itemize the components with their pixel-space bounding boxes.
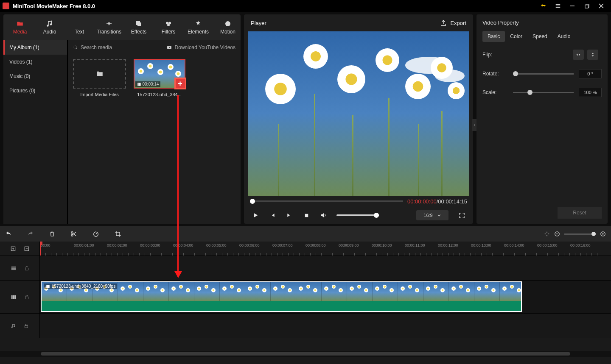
- album-item[interactable]: My Album (1): [3, 40, 67, 55]
- search-input[interactable]: Search media: [81, 44, 112, 50]
- activate-icon[interactable]: [536, 0, 551, 12]
- titlebar: MiniTool MovieMaker Free 8.0.0: [0, 0, 611, 12]
- reset-button[interactable]: Reset: [558, 207, 602, 219]
- fullscreen-button[interactable]: [458, 211, 465, 219]
- aspect-ratio-label: 16:9: [423, 213, 432, 218]
- auto-fit-button[interactable]: [544, 231, 550, 237]
- film-icon: [46, 284, 50, 289]
- ribbon-tabs: MediaAudioTextTransitionsEffectsFiltersE…: [3, 14, 241, 40]
- scale-value[interactable]: 100 %: [579, 88, 602, 97]
- properties-title: Video Property: [482, 19, 602, 26]
- lock-icon[interactable]: [24, 265, 29, 271]
- chevron-down-icon: [437, 213, 441, 217]
- svg-rect-9: [137, 83, 141, 86]
- music-note-icon: [11, 323, 16, 329]
- flip-horizontal-button[interactable]: [573, 50, 584, 60]
- seek-bar[interactable]: [250, 200, 403, 202]
- svg-rect-10: [305, 214, 308, 217]
- collapse-panel-button[interactable]: [472, 119, 476, 131]
- playhead[interactable]: [40, 242, 41, 256]
- svg-point-6: [225, 21, 230, 26]
- svg-rect-19: [25, 268, 28, 270]
- svg-rect-20: [11, 295, 16, 298]
- album-item[interactable]: Pictures (0): [3, 83, 67, 98]
- rotate-label: Rotate:: [482, 71, 508, 77]
- export-icon: [440, 19, 447, 26]
- player-panel: Player Export: [244, 14, 473, 224]
- scale-label: Scale:: [482, 89, 508, 95]
- speed-button[interactable]: [92, 231, 99, 237]
- track-overlay: [0, 256, 611, 281]
- clip-duration: 00:00:14: [143, 82, 159, 86]
- search-icon: [73, 45, 78, 50]
- crop-button[interactable]: [115, 231, 121, 237]
- ribbon-tab-transitions[interactable]: Transitions: [94, 15, 124, 39]
- download-youtube-link[interactable]: Download YouTube Videos: [166, 44, 235, 50]
- lock-icon[interactable]: [24, 323, 29, 329]
- svg-rect-18: [11, 266, 16, 270]
- properties-panel: Video Property BasicColorSpeedAudio Flip…: [476, 14, 608, 224]
- svg-point-5: [167, 24, 170, 26]
- add-clip-button[interactable]: +: [174, 78, 186, 89]
- close-button[interactable]: [594, 0, 608, 12]
- volume-icon[interactable]: [320, 211, 327, 219]
- video-track-icon: [11, 294, 17, 300]
- ribbon-tab-motion[interactable]: Motion: [213, 15, 243, 39]
- flip-vertical-button[interactable]: [587, 50, 598, 60]
- menu-icon[interactable]: [551, 0, 565, 12]
- media-clip[interactable]: 00:00:14 + 15720123-uhd_384...: [133, 59, 186, 97]
- property-tab-speed[interactable]: Speed: [527, 31, 552, 42]
- redo-button[interactable]: [27, 231, 34, 237]
- timeline-clip[interactable]: 15720123-uhd_3840_2160_50fps: [41, 281, 522, 312]
- play-button[interactable]: [252, 211, 259, 219]
- remove-marker-icon[interactable]: [24, 246, 30, 252]
- prev-frame-button[interactable]: [269, 211, 276, 219]
- property-tab-audio[interactable]: Audio: [552, 31, 576, 42]
- export-label: Export: [450, 20, 466, 26]
- minimize-button[interactable]: [565, 0, 580, 12]
- rotate-slider[interactable]: [513, 73, 574, 75]
- timecode-current: 00:00:00:00: [407, 198, 437, 205]
- preview-viewport[interactable]: [248, 31, 469, 196]
- time-ruler[interactable]: 00:0000:00:01:0000:00:02:0000:00:03:0000…: [40, 242, 611, 256]
- property-tab-color[interactable]: Color: [505, 31, 527, 42]
- stop-button[interactable]: [303, 211, 310, 219]
- next-frame-button[interactable]: [286, 211, 293, 219]
- zoom-slider[interactable]: [564, 233, 596, 235]
- undo-button[interactable]: [5, 231, 12, 237]
- export-button[interactable]: Export: [440, 19, 466, 26]
- annotation-arrow: [177, 95, 179, 277]
- album-item[interactable]: Videos (1): [3, 55, 67, 69]
- maximize-button[interactable]: [580, 0, 594, 12]
- timeline: 00:0000:00:01:0000:00:02:0000:00:03:0000…: [0, 226, 611, 364]
- media-library: MediaAudioTextTransitionsEffectsFiltersE…: [3, 14, 241, 224]
- import-media-button[interactable]: Import Media Files: [73, 59, 126, 97]
- timecode-total: 00:00:14:15: [438, 198, 467, 205]
- delete-button[interactable]: [49, 231, 55, 237]
- aspect-ratio-select[interactable]: 16:9: [416, 210, 448, 220]
- app-title: MiniTool MovieMaker Free 8.0.0: [13, 3, 536, 9]
- lock-icon[interactable]: [24, 294, 29, 300]
- scale-slider[interactable]: [513, 92, 574, 93]
- album-item[interactable]: Music (0): [3, 69, 67, 83]
- ribbon-tab-media[interactable]: Media: [5, 15, 35, 39]
- ribbon-tab-filters[interactable]: Filters: [154, 15, 183, 39]
- rotate-value[interactable]: 0 °: [579, 69, 602, 78]
- property-tab-basic[interactable]: Basic: [482, 31, 505, 42]
- split-button[interactable]: [70, 231, 77, 237]
- ribbon-tab-effects[interactable]: Effects: [124, 15, 154, 39]
- add-marker-icon[interactable]: [10, 246, 16, 252]
- zoom-out-button[interactable]: [554, 231, 560, 237]
- svg-rect-23: [25, 325, 28, 328]
- clip-name: 15720123-uhd_384...: [137, 92, 182, 97]
- ribbon-tab-text[interactable]: Text: [64, 15, 94, 39]
- volume-slider[interactable]: [336, 214, 379, 216]
- timeline-scrollbar[interactable]: [0, 351, 611, 357]
- timeline-clip-name: 15720123-uhd_3840_2160_50fps: [52, 284, 115, 289]
- zoom-in-button[interactable]: [600, 231, 606, 237]
- track-head-tools: [0, 242, 40, 256]
- property-tabs: BasicColorSpeedAudio: [482, 31, 602, 42]
- ribbon-tab-audio[interactable]: Audio: [35, 15, 64, 39]
- download-youtube-label: Download YouTube Videos: [175, 44, 235, 50]
- ribbon-tab-elements[interactable]: Elements: [183, 15, 213, 39]
